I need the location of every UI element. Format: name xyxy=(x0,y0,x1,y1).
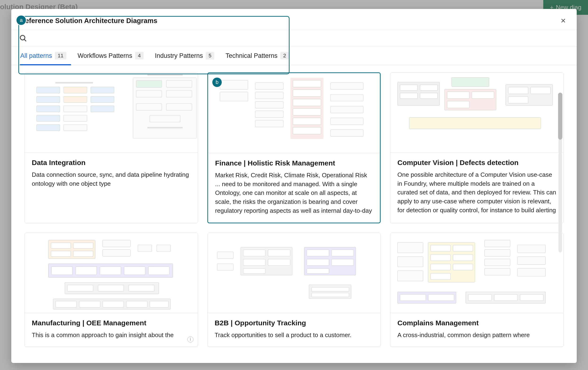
card-title: Computer Vision | Defects detection xyxy=(397,159,556,167)
card-preview-thumbnail xyxy=(25,233,198,313)
tab-count-badge: 11 xyxy=(55,52,66,60)
tab-label: Technical Patterns xyxy=(225,52,278,60)
svg-line-1 xyxy=(24,39,26,41)
scrollbar-thumb[interactable] xyxy=(558,93,562,140)
tabs: All patterns 11 Workflows Patterns 4 Ind… xyxy=(11,47,577,65)
card-preview-thumbnail xyxy=(390,233,563,313)
svg-point-0 xyxy=(20,35,25,40)
tab-technical-patterns[interactable]: Technical Patterns 2 xyxy=(225,47,289,65)
info-icon: i xyxy=(187,336,193,342)
pattern-card[interactable]: Data Integration Data connection source,… xyxy=(24,72,198,223)
card-description: Track opportunities to sell a product to… xyxy=(215,331,374,340)
dialog-title: Reference Solution Architecture Diagrams xyxy=(20,17,157,25)
pattern-card[interactable]: Complains Management A cross-industrial,… xyxy=(390,233,564,347)
card-description: Data connection source, sync, and data p… xyxy=(32,170,191,188)
reference-diagrams-dialog: a b Reference Solution Architecture Diag… xyxy=(11,9,577,363)
pattern-card[interactable]: Manufacturing | OEE Management This is a… xyxy=(24,233,198,347)
tab-label: Industry Patterns xyxy=(155,52,203,60)
tab-count-badge: 4 xyxy=(135,52,144,60)
card-title: Finance | Holistic Risk Management xyxy=(215,159,373,167)
card-description: One possible architecture of a Computer … xyxy=(397,170,556,215)
tab-industry-patterns[interactable]: Industry Patterns 5 xyxy=(155,47,214,65)
card-description: This is a common approach to gain insigh… xyxy=(32,331,191,340)
close-icon[interactable]: ✕ xyxy=(559,16,567,26)
pattern-card[interactable]: Finance | Holistic Risk Management Marke… xyxy=(207,72,381,223)
tab-workflows-patterns[interactable]: Workflows Patterns 4 xyxy=(78,47,144,65)
tab-all-patterns[interactable]: All patterns 11 xyxy=(20,47,66,65)
card-title: Complains Management xyxy=(397,319,556,327)
tab-count-badge: 2 xyxy=(280,52,289,60)
card-preview-thumbnail xyxy=(390,73,563,152)
callout-b: b xyxy=(212,78,222,87)
pattern-card[interactable]: Computer Vision | Defects detection One … xyxy=(390,72,564,223)
card-title: Data Integration xyxy=(32,159,191,167)
cards-scroll-area[interactable]: Data Integration Data connection source,… xyxy=(11,65,577,363)
card-title: Manufacturing | OEE Management xyxy=(32,319,191,327)
search-icon xyxy=(19,34,27,42)
tab-label: All patterns xyxy=(20,52,52,60)
tab-label: Workflows Patterns xyxy=(78,52,132,60)
card-preview-thumbnail xyxy=(25,73,198,152)
pattern-card[interactable]: B2B | Opportunity Tracking Track opportu… xyxy=(207,233,381,347)
search-input[interactable] xyxy=(30,35,569,42)
card-description: A cross-industrial, common design patter… xyxy=(397,331,556,340)
card-preview-thumbnail xyxy=(208,73,380,153)
card-preview-thumbnail xyxy=(208,233,381,313)
tab-count-badge: 5 xyxy=(206,52,214,60)
callout-a: a xyxy=(16,16,26,25)
card-description: Market Risk, Credit Risk, Climate Risk, … xyxy=(215,171,373,216)
card-title: B2B | Opportunity Tracking xyxy=(215,319,374,327)
